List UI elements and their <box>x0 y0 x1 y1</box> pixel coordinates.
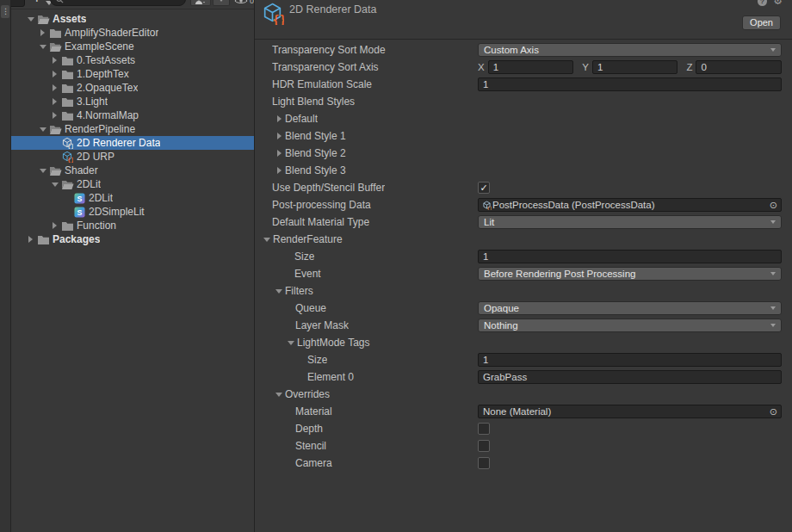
panel-menu-handle[interactable]: ⋮ <box>1 5 9 18</box>
tree-item-assets[interactable]: Assets <box>11 12 254 26</box>
tree-item-examplescene[interactable]: ExampleScene <box>11 40 254 53</box>
search-input[interactable] <box>66 0 170 4</box>
project-panel: + 0 Assets AmplifyShaderEditor ExampleSc… <box>11 0 255 532</box>
label-area: Queue <box>255 302 478 314</box>
foldout-arrow-icon[interactable] <box>49 219 60 232</box>
foldout-arrow-icon[interactable] <box>49 108 60 122</box>
axis-y-field[interactable]: 1 <box>592 60 678 74</box>
label-area: Stencil <box>255 440 478 452</box>
axis-x-field[interactable]: 1 <box>488 60 574 74</box>
toolbar-corner-button[interactable] <box>11 0 25 7</box>
arrow-collapsed-icon <box>53 71 57 77</box>
foldout-arrow-icon[interactable] <box>262 238 272 242</box>
field-label: Default <box>285 113 318 125</box>
object-picker-icon[interactable]: ⊙ <box>770 200 777 211</box>
tree-item-2dlit[interactable]: 2DLit <box>11 177 254 191</box>
foldout-arrow-icon[interactable] <box>25 12 36 26</box>
tree-item-3-light[interactable]: 3.Light <box>11 95 254 108</box>
foldout-arrow-icon[interactable] <box>25 232 36 246</box>
foldout-arrow-icon[interactable] <box>37 40 48 53</box>
control-area: 1 <box>478 77 782 91</box>
row-transparency-sort-mode: Transparency Sort ModeCustom Axis <box>255 41 792 59</box>
search-by-type-button[interactable] <box>190 0 211 6</box>
gear-icon[interactable]: ⚙ <box>773 0 783 7</box>
axis-z-field[interactable]: 0 <box>696 60 782 74</box>
material-object-field[interactable]: None (Material)⊙ <box>478 405 782 418</box>
foldout-arrow-icon[interactable] <box>49 81 60 95</box>
row-blend-style-1: Blend Style 1 <box>255 127 792 145</box>
foldout-arrow-icon[interactable] <box>49 53 60 67</box>
folder-open-icon <box>48 122 62 136</box>
stencil-checkbox[interactable] <box>478 440 490 452</box>
foldout-arrow-icon[interactable] <box>274 289 284 294</box>
control-area <box>478 440 782 452</box>
folder-icon <box>36 232 50 246</box>
tree-item-2-opaquetex[interactable]: 2.OpaqueTex <box>11 81 254 95</box>
tree-item-function[interactable]: Function <box>11 219 254 232</box>
arrow-collapsed-icon <box>277 150 282 157</box>
help-icon[interactable]: ? <box>758 0 767 6</box>
tree-item-2dsimplelit[interactable]: S2DSimpleLit <box>11 205 254 219</box>
create-plus-button[interactable]: + <box>34 0 40 5</box>
label-area: Transparency Sort Axis <box>255 61 478 73</box>
use-depth-stencil-buffer-checkbox[interactable]: ✓ <box>478 182 490 194</box>
layer-mask-dropdown[interactable]: Nothing <box>478 319 782 332</box>
foldout-arrow-icon[interactable] <box>274 150 284 157</box>
default-material-type-dropdown[interactable]: Lit <box>478 215 782 229</box>
foldout-arrow-icon[interactable] <box>37 164 48 177</box>
row-light-blend-styles: Light Blend Styles <box>255 93 792 110</box>
arrow-collapsed-icon <box>53 222 57 229</box>
transparency-sort-mode-dropdown[interactable]: Custom Axis <box>478 43 782 57</box>
label-area: Filters <box>255 285 478 297</box>
tree-item-1-depthtex[interactable]: 1.DepthTex <box>11 67 254 81</box>
field-label: Element 0 <box>307 371 354 383</box>
chevron-down-icon <box>770 324 776 327</box>
tree-item-4-normalmap[interactable]: 4.NormalMap <box>11 108 254 122</box>
foldout-arrow-icon[interactable] <box>286 341 296 345</box>
tree-item-0-testassets[interactable]: 0.TestAssets <box>11 53 254 67</box>
folder-icon <box>60 108 74 122</box>
tree-item-shader[interactable]: Shader <box>11 164 254 177</box>
queue-dropdown[interactable]: Opaque <box>478 301 782 315</box>
row-blend-style-3: Blend Style 3 <box>255 162 792 179</box>
post-processing-data-object-field[interactable]: {}PostProcessData (PostProcessData)⊙ <box>478 198 782 212</box>
renderer-data-icon: {} <box>60 136 74 150</box>
tree-item-renderpipeline[interactable]: RenderPipeline <box>11 122 254 136</box>
object-picker-icon[interactable]: ⊙ <box>770 406 777 418</box>
label-area: Use Depth/Stencil Buffer <box>255 182 478 194</box>
depth-checkbox[interactable] <box>478 423 490 435</box>
tree-item-packages[interactable]: Packages <box>11 232 254 246</box>
field-label: Blend Style 2 <box>285 147 346 159</box>
search-box[interactable] <box>50 0 186 6</box>
size-field[interactable]: 1 <box>478 353 782 367</box>
element-0-field[interactable]: GrabPass <box>478 370 782 384</box>
foldout-arrow-icon[interactable] <box>49 95 60 108</box>
foldout-arrow-icon[interactable] <box>49 177 60 191</box>
foldout-arrow-icon[interactable] <box>274 393 284 397</box>
foldout-arrow-icon[interactable] <box>274 115 284 122</box>
hdr-emulation-scale-field[interactable]: 1 <box>478 77 782 91</box>
search-by-label-button[interactable] <box>213 0 230 6</box>
tree-item-2d-urp[interactable]: {}2D URP <box>11 150 254 164</box>
label-area: RenderFeature <box>255 233 478 245</box>
tree-item-amplifyshadereditor[interactable]: AmplifyShaderEditor <box>11 26 254 40</box>
foldout-arrow-icon[interactable] <box>274 167 284 174</box>
chevron-down-icon <box>770 48 776 52</box>
tree-item-2d-renderer-data[interactable]: {}2D Renderer Data <box>11 136 254 150</box>
field-label: LightMode Tags <box>297 337 370 349</box>
foldout-arrow-icon[interactable] <box>274 133 284 139</box>
control-area: {}PostProcessData (PostProcessData)⊙ <box>478 198 782 212</box>
foldout-arrow-icon[interactable] <box>37 122 48 136</box>
hidden-object-toggle[interactable]: 0 <box>234 0 254 5</box>
field-label: Transparency Sort Axis <box>272 61 379 73</box>
camera-checkbox[interactable] <box>478 457 490 469</box>
open-button[interactable]: Open <box>742 15 781 30</box>
row-material: MaterialNone (Material)⊙ <box>255 403 792 420</box>
foldout-arrow-icon[interactable] <box>49 67 60 81</box>
foldout-arrow-icon[interactable] <box>37 26 48 40</box>
field-label: Use Depth/Stencil Buffer <box>272 182 385 194</box>
label-area: Light Blend Styles <box>255 96 478 108</box>
event-dropdown[interactable]: Before Rendering Post Processing <box>478 267 782 281</box>
size-field[interactable]: 1 <box>478 250 782 263</box>
tree-item-2dlit[interactable]: S2DLit <box>11 191 254 205</box>
